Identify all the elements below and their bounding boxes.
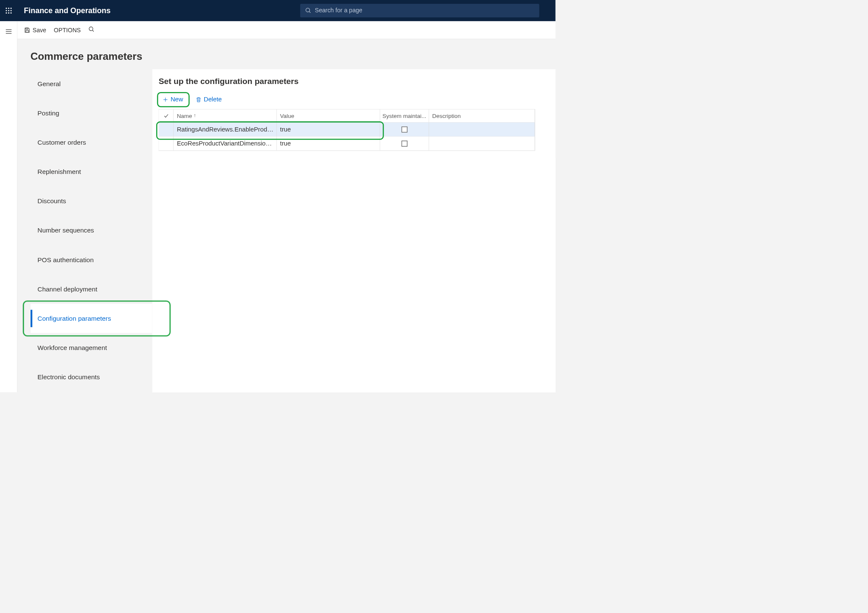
waffle-icon	[5, 7, 12, 14]
column-label: Value	[280, 112, 294, 119]
table-row[interactable]: EcoResProductVariantDimensio… true	[159, 137, 535, 151]
svg-point-4	[8, 10, 9, 11]
save-label: Save	[33, 26, 46, 34]
sidebar-item-label: Posting	[37, 109, 59, 117]
global-search[interactable]	[300, 4, 539, 17]
cell-description[interactable]	[429, 137, 535, 151]
data-grid: Name ↑ Value System maintai... Descripti…	[159, 109, 535, 151]
app-launcher-button[interactable]	[0, 0, 17, 21]
page: Commerce parameters General Posting Cust…	[17, 39, 556, 392]
sidebar-item-label: Configuration parameters	[37, 315, 111, 322]
svg-point-9	[306, 8, 310, 12]
global-search-input[interactable]	[315, 7, 534, 14]
sidebar-item-general[interactable]: General	[31, 69, 152, 98]
cell-value[interactable]: true	[277, 137, 380, 151]
search-icon	[88, 26, 95, 32]
sidebar-item-label: Electronic documents	[37, 373, 100, 381]
cell-text: EcoResProductVariantDimensio…	[177, 140, 272, 147]
cell-system-maintained[interactable]	[380, 137, 429, 151]
sidebar-item-channel-deployment[interactable]: Channel deployment	[31, 274, 152, 304]
sidebar-item-label: Number sequences	[37, 227, 94, 234]
cell-name[interactable]: RatingsAndReviews.EnableProd…	[174, 123, 277, 137]
svg-point-3	[6, 10, 7, 11]
grid-toolbar: New Delete	[159, 94, 546, 106]
sidebar-item-label: Channel deployment	[37, 286, 97, 293]
column-header-description[interactable]: Description	[429, 109, 535, 122]
sidebar-item-replenishment[interactable]: Replenishment	[31, 157, 152, 187]
hamburger-icon	[5, 28, 12, 35]
sidebar-item-configuration-parameters[interactable]: Configuration parameters	[31, 304, 152, 333]
svg-point-2	[11, 8, 12, 9]
main-panel-title: Set up the configuration parameters	[159, 77, 546, 86]
sidebar-item-workforce-management[interactable]: Workforce management	[31, 333, 152, 362]
top-bar: Finance and Operations	[0, 0, 556, 21]
page-title: Commerce parameters	[31, 50, 556, 62]
sidebar-item-customer-orders[interactable]: Customer orders	[31, 128, 152, 157]
svg-point-8	[11, 12, 12, 14]
save-button[interactable]: Save	[24, 26, 46, 34]
svg-rect-14	[26, 28, 28, 29]
sidebar-item-label: Replenishment	[37, 168, 81, 176]
delete-button[interactable]: Delete	[192, 94, 226, 106]
new-label: New	[171, 96, 183, 103]
sidebar-item-electronic-documents[interactable]: Electronic documents	[31, 362, 152, 392]
sidebar: General Posting Customer orders Replenis…	[31, 69, 152, 392]
svg-line-10	[309, 11, 310, 13]
column-header-name[interactable]: Name ↑	[174, 109, 277, 122]
svg-point-5	[11, 10, 12, 11]
main-panel: Set up the configuration parameters New	[152, 69, 555, 392]
svg-rect-15	[26, 30, 28, 32]
svg-point-0	[6, 8, 7, 9]
sidebar-item-posting[interactable]: Posting	[31, 98, 152, 128]
sidebar-item-label: POS authentication	[37, 256, 93, 264]
table-row[interactable]: RatingsAndReviews.EnableProd… true	[159, 123, 535, 137]
row-select-cell[interactable]	[159, 137, 174, 151]
grid-header: Name ↑ Value System maintai... Descripti…	[159, 109, 535, 123]
checkbox[interactable]	[402, 126, 407, 132]
svg-point-16	[89, 27, 93, 31]
cell-text: true	[280, 140, 291, 147]
action-bar: Save OPTIONS	[17, 21, 556, 39]
nav-hamburger-button[interactable]	[3, 25, 14, 38]
nav-rail	[0, 21, 17, 392]
options-label: OPTIONS	[54, 26, 81, 34]
cell-value[interactable]: true	[277, 123, 380, 137]
cell-name[interactable]: EcoResProductVariantDimensio…	[174, 137, 277, 151]
svg-point-1	[8, 8, 9, 9]
cell-system-maintained[interactable]	[380, 123, 429, 137]
svg-line-17	[93, 30, 94, 31]
plus-icon	[163, 97, 169, 103]
sidebar-item-number-sequences[interactable]: Number sequences	[31, 216, 152, 245]
new-button[interactable]: New	[159, 94, 187, 106]
svg-point-7	[8, 12, 9, 14]
sidebar-item-label: Discounts	[37, 197, 66, 205]
app-title: Finance and Operations	[24, 6, 110, 15]
column-label: Description	[432, 112, 461, 119]
column-header-select[interactable]	[159, 109, 174, 122]
svg-point-6	[6, 12, 7, 14]
trash-icon	[196, 97, 202, 103]
save-icon	[24, 27, 30, 33]
sidebar-item-pos-authentication[interactable]: POS authentication	[31, 245, 152, 274]
column-header-value[interactable]: Value	[277, 109, 380, 122]
sort-ascending-icon: ↑	[194, 113, 196, 118]
row-select-cell[interactable]	[159, 123, 174, 137]
checkbox[interactable]	[402, 140, 407, 146]
cell-text: true	[280, 126, 291, 133]
cell-text: RatingsAndReviews.EnableProd…	[177, 126, 273, 133]
sidebar-item-label: General	[37, 80, 61, 88]
sidebar-item-discounts[interactable]: Discounts	[31, 187, 152, 216]
sidebar-item-label: Workforce management	[37, 344, 107, 352]
column-header-system-maintained[interactable]: System maintai...	[380, 109, 429, 122]
sidebar-item-label: Customer orders	[37, 139, 86, 146]
search-icon	[305, 7, 312, 14]
options-button[interactable]: OPTIONS	[54, 26, 81, 34]
check-icon	[163, 113, 169, 119]
actionbar-search-button[interactable]	[88, 26, 95, 34]
column-label: Name	[177, 112, 192, 119]
column-label: System maintai...	[382, 112, 426, 119]
cell-description[interactable]	[429, 123, 535, 137]
delete-label: Delete	[204, 96, 222, 103]
